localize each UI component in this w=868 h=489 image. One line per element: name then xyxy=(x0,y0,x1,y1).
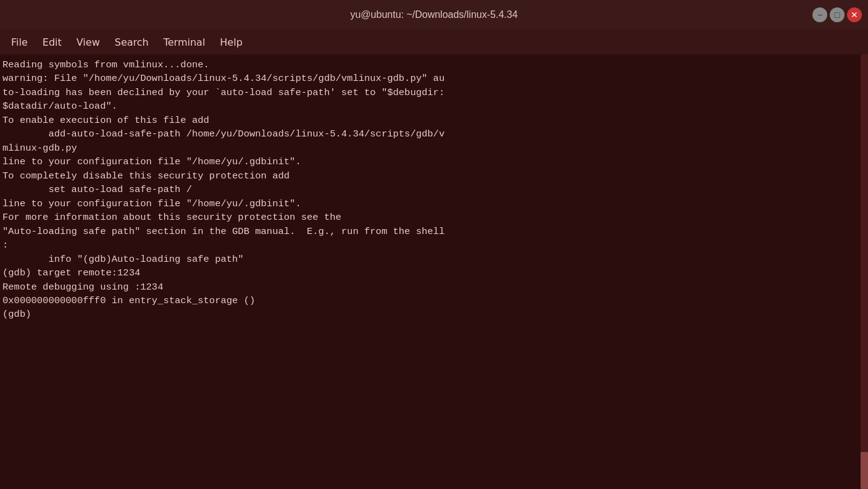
menubar: File Edit View Search Terminal Help xyxy=(0,30,868,54)
window-title: yu@ubuntu: ~/Downloads/linux-5.4.34 xyxy=(350,9,517,20)
window-controls: − □ ✕ xyxy=(812,7,862,22)
menu-file[interactable]: File xyxy=(5,34,34,51)
menu-edit[interactable]: Edit xyxy=(36,34,68,51)
menu-terminal[interactable]: Terminal xyxy=(157,34,212,51)
terminal-output: Reading symbols from vmlinux...done. war… xyxy=(2,58,866,322)
titlebar: yu@ubuntu: ~/Downloads/linux-5.4.34 − □ … xyxy=(0,0,868,30)
menu-help[interactable]: Help xyxy=(214,34,248,51)
terminal-window: yu@ubuntu: ~/Downloads/linux-5.4.34 − □ … xyxy=(0,0,868,489)
close-button[interactable]: ✕ xyxy=(847,7,862,22)
menu-view[interactable]: View xyxy=(70,34,106,51)
maximize-button[interactable]: □ xyxy=(830,7,845,22)
scrollbar[interactable] xyxy=(861,54,868,489)
terminal-body[interactable]: Reading symbols from vmlinux...done. war… xyxy=(0,54,868,489)
minimize-button[interactable]: − xyxy=(812,7,827,22)
menu-search[interactable]: Search xyxy=(109,34,155,51)
scrollbar-thumb[interactable] xyxy=(861,452,868,489)
